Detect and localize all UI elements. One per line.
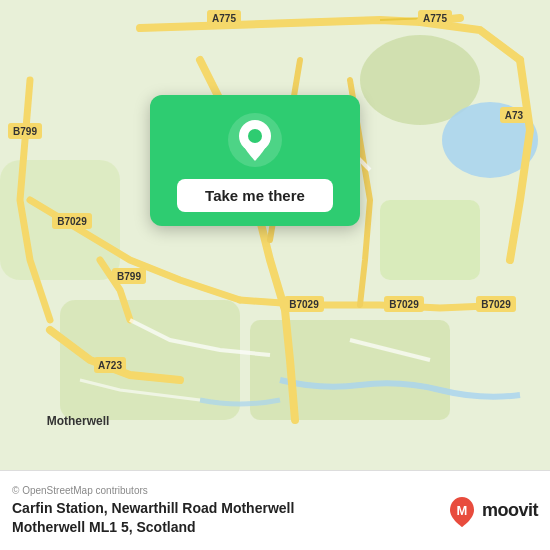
svg-text:B7029: B7029: [481, 299, 511, 310]
svg-text:A73: A73: [505, 110, 524, 121]
svg-text:B7029: B7029: [57, 216, 87, 227]
copyright-text: © OpenStreetMap contributors: [12, 485, 436, 496]
svg-text:A775: A775: [423, 13, 447, 24]
svg-text:Motherwell: Motherwell: [47, 414, 110, 428]
location-info: © OpenStreetMap contributors Carfin Stat…: [12, 485, 436, 535]
svg-rect-3: [380, 200, 480, 280]
svg-point-32: [248, 129, 262, 143]
moovit-label: moovit: [482, 500, 538, 521]
moovit-logo: M moovit: [446, 495, 538, 527]
svg-text:B7029: B7029: [389, 299, 419, 310]
svg-text:M: M: [457, 503, 468, 518]
svg-text:B799: B799: [117, 271, 141, 282]
location-name: Carfin Station, Newarthill Road Motherwe…: [12, 499, 436, 535]
svg-text:A723: A723: [98, 360, 122, 371]
svg-text:A775: A775: [212, 13, 236, 24]
svg-text:B7029: B7029: [289, 299, 319, 310]
location-popup[interactable]: Take me there: [150, 95, 360, 226]
svg-text:B799: B799: [13, 126, 37, 137]
map-svg: A775 A775 B799 B799 A73 B7029 B7029 B702…: [0, 0, 550, 470]
take-me-there-button[interactable]: Take me there: [177, 179, 333, 212]
map-area[interactable]: A775 A775 B799 B799 A73 B7029 B7029 B702…: [0, 0, 550, 470]
moovit-icon: M: [446, 495, 478, 527]
svg-rect-5: [250, 320, 450, 420]
bottom-info-bar: © OpenStreetMap contributors Carfin Stat…: [0, 470, 550, 550]
location-pin-icon: [228, 113, 282, 167]
